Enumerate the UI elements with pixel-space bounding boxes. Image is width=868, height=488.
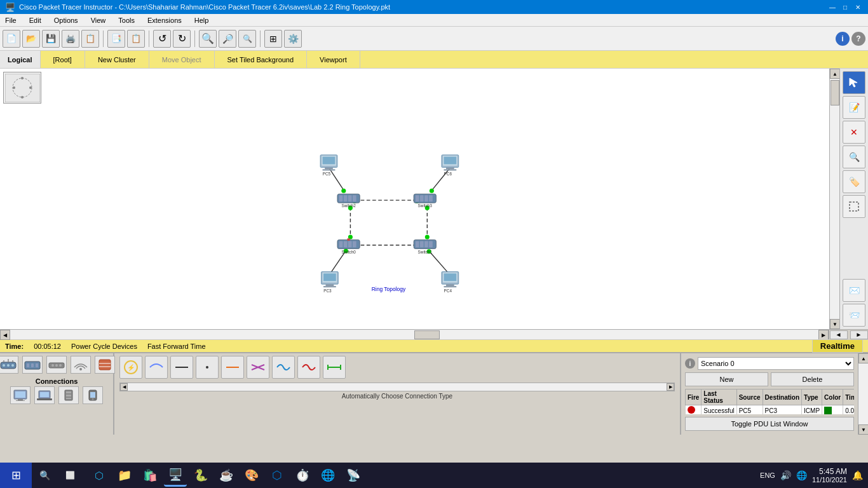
scroll-track[interactable] [830,79,839,319]
auto-connect-button[interactable]: ⚡ [119,356,142,379]
zoom-button[interactable]: 🔎 [219,30,236,48]
nav-move-object[interactable]: Move Object [149,51,215,68]
menu-extensions[interactable]: Extensions [145,17,184,24]
taskbar-clock[interactable]: ⏱️ [291,464,314,487]
zoom-in-button[interactable]: 🔍 [843,146,865,168]
info-button[interactable]: i [836,32,850,46]
taskbar-python[interactable]: 🐍 [189,464,212,487]
new-button[interactable]: 📄 [3,30,20,48]
delete-scenario-button[interactable]: Delete [771,372,854,386]
menu-tools[interactable]: Tools [116,17,137,24]
select-tool-button[interactable] [843,71,865,94]
scroll-right-arrow[interactable]: ▶ [818,330,829,340]
copy-button[interactable]: 📑 [107,30,125,48]
taskbar-vscode[interactable]: ⬡ [266,464,288,487]
straight-through-button[interactable] [170,356,193,379]
device-server-icon[interactable] [58,386,79,404]
h-scroll-track[interactable] [10,330,818,339]
taskbar-network[interactable]: 🌐 [796,470,807,480]
resize-handle-left[interactable]: ◄ [830,330,848,339]
menu-options[interactable]: Options [51,17,81,24]
scenario-select[interactable]: Scenario 0 [698,357,854,370]
horizontal-scrollbar[interactable]: ◀ ▶ ◄ ► [0,329,868,339]
device-phone-icon[interactable] [83,386,103,404]
taskbar-cisco-icon2[interactable]: 📡 [342,464,365,487]
taskbar-edge[interactable]: ⬡ [88,464,111,487]
device-wireless-icon[interactable] [71,356,91,374]
serial-dce-button[interactable] [247,356,269,379]
device-laptop-icon[interactable] [34,386,55,404]
conn-h-scroll[interactable]: ◀ ▶ [119,383,675,391]
start-button[interactable]: ⊞ [0,463,32,488]
connections-label[interactable]: Connections [36,377,78,385]
taskbar-gimp[interactable]: 🎨 [240,464,263,487]
settings-button[interactable]: ⚙️ [284,30,302,48]
device-firewall-icon[interactable] [95,356,115,374]
tag-tool-button[interactable]: 🏷️ [843,170,865,193]
undo-button[interactable]: ↺ [153,30,171,48]
send-pdu-button[interactable]: ✉️ [843,279,865,302]
pdu-scroll-up[interactable]: ▲ [858,353,868,363]
conn-scroll-right[interactable]: ▶ [667,383,674,391]
device-hub-icon[interactable] [46,356,67,374]
pdu-scroll-track[interactable] [858,363,868,424]
taskbar-chrome[interactable]: 🌐 [316,464,339,487]
fast-forward-button[interactable]: Fast Forward Time [147,342,206,350]
nav-viewport[interactable]: Viewport [307,51,360,68]
vertical-scrollbar[interactable]: ▲ ▼ [829,69,839,329]
device-pc-icon[interactable] [10,386,31,404]
zoom-custom-button[interactable]: 🔍 [238,30,256,48]
taskbar-file-explorer[interactable]: 📁 [113,464,136,487]
menu-view[interactable]: View [88,17,109,24]
taskbar-store[interactable]: 🛍️ [139,464,161,487]
nav-root[interactable]: [Root] [41,51,85,68]
help-button[interactable]: ? [851,32,865,46]
pdu-table-container[interactable]: Fire Last Status Source Destination Type… [685,389,854,414]
scroll-down-arrow[interactable]: ▼ [830,319,840,329]
print-preview-button[interactable]: 📋 [81,30,99,48]
save-button[interactable]: 💾 [42,30,60,48]
search-button[interactable]: 🔍 [33,464,56,487]
console-cable-button[interactable] [145,356,168,379]
note-tool-button[interactable]: 📝 [843,96,865,119]
nav-set-tiled-background[interactable]: Set Tiled Background [215,51,308,68]
taskbar-cisco-pt[interactable]: 🖥️ [164,464,187,487]
canvas-area[interactable]: PC5 PC6 [0,69,829,329]
toggle-pdu-button[interactable]: Toggle PDU List Window [685,417,854,431]
taskbar-volume[interactable]: 🔊 [780,470,791,480]
nav-logical[interactable]: Logical [0,51,41,68]
h-scroll-thumb[interactable] [414,330,440,339]
conn-scroll-left[interactable]: ◀ [120,383,128,391]
print-button[interactable]: 🖨️ [62,30,79,48]
scroll-up-arrow[interactable]: ▲ [830,69,840,79]
menu-file[interactable]: File [3,17,19,24]
nav-new-cluster[interactable]: New Cluster [85,51,149,68]
power-cycle-button[interactable]: Power Cycle Devices [71,342,137,350]
coax-button[interactable] [323,356,346,379]
paste-button[interactable]: 📋 [127,30,145,48]
phone-cable-button[interactable] [297,356,320,379]
pdu-scrollbar[interactable]: ▲ ▼ [858,353,868,435]
scroll-left-arrow[interactable]: ◀ [0,330,10,340]
table-row[interactable]: Successful PC5 PC3 ICMP 0.000 N 5 [686,405,855,415]
taskbar-java[interactable]: ☕ [215,464,238,487]
maximize-button[interactable]: □ [840,2,850,12]
device-router-icon[interactable] [0,356,18,374]
pdu-scroll-down[interactable]: ▼ [858,424,868,435]
redo-button[interactable]: ↻ [173,30,191,48]
minimize-button[interactable]: — [827,2,837,12]
serial-dte-button[interactable] [272,356,295,379]
delete-tool-button[interactable]: ✕ [843,121,865,144]
palette-button[interactable]: ⊞ [264,30,282,48]
device-switch-icon[interactable] [22,356,43,374]
scenario-info-button[interactable]: i [685,358,695,369]
rollover-button[interactable] [221,356,244,379]
recv-pdu-button[interactable]: 📨 [843,304,865,327]
taskbar-language[interactable]: ENG [760,471,775,479]
menu-help[interactable]: Help [192,17,212,24]
menu-edit[interactable]: Edit [27,17,44,24]
open-button[interactable]: 📂 [22,30,40,48]
select-rect-button[interactable] [843,195,865,218]
crossover-button[interactable] [196,356,219,379]
scroll-thumb[interactable] [831,80,839,105]
